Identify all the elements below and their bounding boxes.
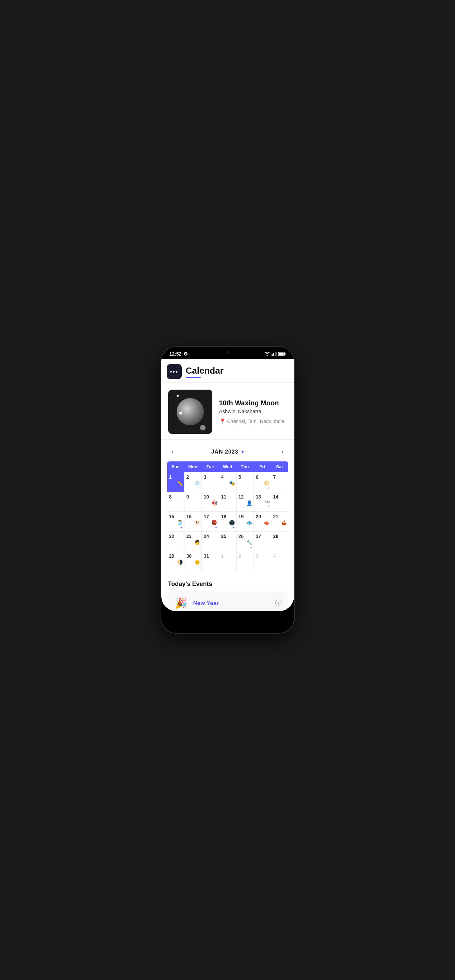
day-number: 20	[255, 513, 270, 520]
calendar-day-cell[interactable]: 1✏️	[167, 472, 184, 492]
calendar-day-cell[interactable]: 18🌑+	[219, 512, 236, 531]
calendar-day-cell[interactable]: 22	[167, 531, 184, 551]
day-event-icon: 🎪	[272, 520, 288, 525]
day-number: 24	[202, 533, 218, 540]
calendar-day-cell[interactable]: 28	[271, 531, 288, 551]
calendar-dropdown-icon: ▾	[241, 449, 244, 455]
event-info-button[interactable]: ⓘ	[275, 598, 282, 608]
location-pin-icon: 📍	[219, 418, 226, 425]
todays-event-icon: 🎉	[173, 597, 189, 609]
day-number: 7	[272, 474, 288, 480]
calendar-day-cell[interactable]: 4	[271, 551, 288, 571]
day-number: 8	[168, 493, 183, 500]
day-number: 3	[255, 553, 270, 559]
calendar-day-cell[interactable]: 19🐟	[236, 512, 253, 531]
day-plus[interactable]: +	[237, 545, 253, 549]
day-plus[interactable]: +	[255, 504, 270, 508]
calendar-day-cell[interactable]: 30👴+	[184, 551, 202, 571]
calendar-day-cell[interactable]: 21🎪	[271, 512, 288, 531]
title-underline	[186, 377, 201, 378]
calendar-day-cell[interactable]: 20🫖	[253, 512, 271, 531]
moon-info: 10th Waxing Moon Ashwini Nakshatra 📍 Che…	[219, 399, 285, 425]
day-number: 12	[237, 493, 253, 500]
menu-button[interactable]: •••	[167, 364, 182, 379]
moon-phase: 10th Waxing Moon	[219, 399, 285, 407]
svg-rect-1	[273, 353, 274, 356]
calendar-day-cell[interactable]: 26🔧+	[236, 531, 253, 551]
calendar-day-cell[interactable]: 7	[271, 472, 288, 492]
moon-circle	[177, 398, 204, 425]
calendar-week-row: 2223👨242526🔧+2728	[167, 531, 288, 551]
calendar-day-cell[interactable]: 9	[184, 492, 202, 512]
moon-base	[200, 425, 205, 430]
day-plus[interactable]: +	[185, 486, 201, 490]
day-event-icon: 🫙	[168, 520, 183, 525]
calendar-week-row: 15🫙+16🐮17👺+18🌑+19🐟20🫖21🎪	[167, 512, 288, 531]
scrollable-content[interactable]: ••• Calendar 10th Waxing Moon	[161, 360, 294, 611]
calendar-day-cell[interactable]: 27	[253, 531, 271, 551]
calendar-day-cell[interactable]: 10🎯	[202, 492, 219, 512]
todays-event-card[interactable]: 🎉 New Year ⓘ	[168, 592, 287, 611]
calendar-day-cell[interactable]: 23👨	[184, 531, 202, 551]
day-label: Ma	[255, 500, 270, 504]
day-number: 25	[220, 533, 235, 540]
month-year-text: JAN 2023	[211, 449, 238, 455]
calendar-day-cell[interactable]: 29🌗	[167, 551, 184, 571]
status-left: 12:52 ⚙	[169, 351, 188, 356]
time-display: 12:52	[169, 351, 182, 356]
calendar-day-cell[interactable]: 13Ma+	[253, 492, 271, 512]
day-number: 23	[185, 533, 201, 540]
moon-section: 10th Waxing Moon Ashwini Nakshatra 📍 Che…	[161, 383, 294, 440]
day-number: 4	[272, 553, 288, 559]
calendar-day-cell[interactable]: 31	[202, 551, 219, 571]
prev-month-button[interactable]: ‹	[168, 447, 177, 457]
calendar-day-cell[interactable]: 24	[202, 531, 219, 551]
weekday-header-row: Sun Mon Tue Wed Thu Fri Sat	[167, 461, 288, 472]
calendar-day-cell[interactable]: 14	[271, 492, 288, 512]
calendar-day-cell[interactable]: 2	[236, 551, 253, 571]
calendar-day-cell[interactable]: 5	[236, 472, 253, 492]
weekday-sat: Sat	[271, 461, 288, 472]
calendar-day-cell[interactable]: 4🎭	[219, 472, 236, 492]
day-number: 1	[168, 474, 183, 480]
signal-icon	[272, 352, 277, 356]
calendar-day-cell[interactable]: 11	[219, 492, 236, 512]
day-plus[interactable]: +	[168, 525, 183, 530]
calendar-day-cell[interactable]: 25	[219, 531, 236, 551]
calendar-day-cell[interactable]: 3	[253, 551, 271, 571]
day-plus[interactable]: +	[237, 506, 253, 510]
calendar-day-cell[interactable]: 6🌕+	[253, 472, 271, 492]
day-number: 13	[255, 493, 270, 500]
moon-star	[177, 395, 179, 397]
day-plus[interactable]: +	[202, 525, 218, 530]
day-number: 11	[220, 493, 235, 500]
calendar-grid: Sun Mon Tue Wed Thu Fri Sat 1✏️2❄️+34🎭56…	[167, 461, 289, 571]
day-number: 19	[237, 513, 253, 520]
weekday-fri: Fri	[253, 461, 271, 472]
calendar-day-cell[interactable]: 16🐮	[184, 512, 202, 531]
month-year-display[interactable]: JAN 2023 ▾	[211, 449, 243, 455]
calendar-week-row: 8910🎯1112👤+13Ma+14	[167, 492, 288, 512]
day-number: 30	[185, 553, 201, 559]
calendar-day-cell[interactable]: 8	[167, 492, 184, 512]
calendar-day-cell[interactable]: 2❄️+	[184, 472, 202, 492]
calendar-nav: ‹ JAN 2023 ▾ ›	[167, 444, 289, 461]
weekday-tue: Tue	[202, 461, 219, 472]
day-plus[interactable]: +	[220, 525, 235, 530]
status-bar: 12:52 ⚙	[161, 347, 294, 360]
calendar-day-cell[interactable]: 12👤+	[236, 492, 253, 512]
todays-event-name: New Year	[193, 600, 270, 607]
next-month-button[interactable]: ›	[278, 447, 287, 457]
app-title: Calendar	[186, 366, 224, 376]
day-plus[interactable]: +	[185, 565, 201, 569]
calendar-day-cell[interactable]: 17👺+	[202, 512, 219, 531]
day-event-icon: 🔧	[237, 540, 253, 545]
day-plus[interactable]: +	[255, 486, 270, 490]
calendar-week-row: 29🌗30👴+311234	[167, 551, 288, 571]
battery-icon	[278, 352, 286, 356]
calendar-day-cell[interactable]: 15🫙+	[167, 512, 184, 531]
status-right	[264, 352, 286, 356]
day-number: 10	[202, 493, 218, 500]
calendar-day-cell[interactable]: 1	[219, 551, 236, 571]
calendar-day-cell[interactable]: 3	[202, 472, 219, 492]
